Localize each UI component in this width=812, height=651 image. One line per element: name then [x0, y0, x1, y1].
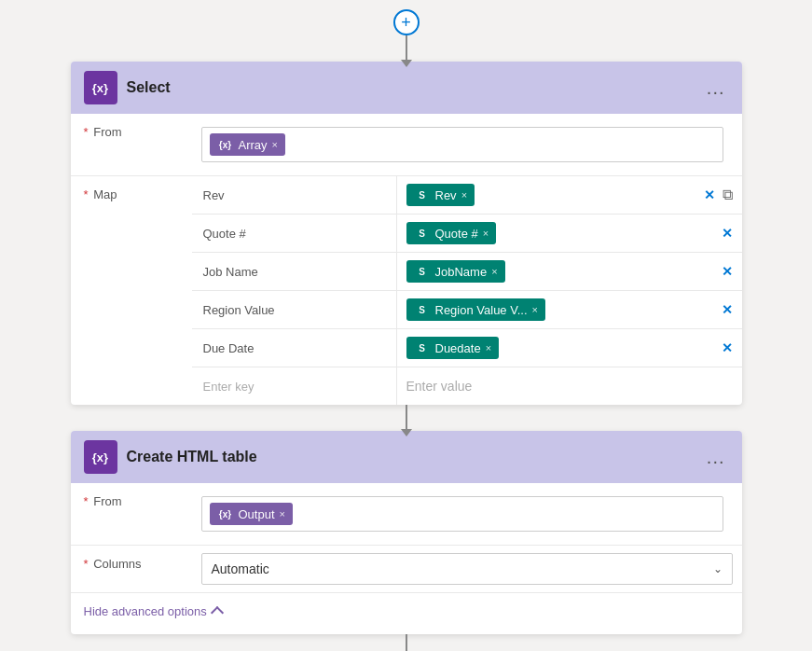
map-token-4: S Duedate × — [406, 337, 500, 359]
hide-advanced-link[interactable]: Hide advanced options — [71, 593, 235, 630]
select-map-row: * Map Rev S Rev × — [71, 176, 742, 405]
select-map-label: * Map — [71, 176, 192, 405]
map-token-3: S Region Value V... × — [406, 298, 545, 321]
map-key-0: Rev — [192, 176, 397, 214]
create-html-card-icon: {x} — [84, 440, 117, 474]
map-row-placeholder: Enter key Enter value — [192, 367, 742, 405]
map-token-close-2[interactable]: × — [491, 266, 497, 277]
map-token-icon-4: S — [414, 339, 431, 356]
connector-arrow-1 — [406, 35, 407, 62]
flow-container: + {x} Select ... * From {x} — [24, 9, 789, 651]
hide-advanced-row: Hide advanced options — [71, 593, 742, 634]
create-html-from-token-close[interactable]: × — [280, 508, 285, 519]
create-html-columns-field: Automatic ⌄ — [192, 546, 742, 592]
create-html-card-title: Create HTML table — [127, 449, 694, 465]
create-html-card-header: {x} Create HTML table ... — [71, 431, 742, 483]
select-from-row: * From {x} Array × — [71, 114, 742, 176]
create-html-columns-value: Automatic — [212, 561, 269, 576]
create-html-from-token-icon: {x} — [217, 506, 234, 522]
map-token-close-1[interactable]: × — [483, 228, 489, 239]
map-token-icon-3: S — [414, 301, 431, 318]
map-token-icon-2: S — [414, 263, 431, 280]
map-delete-3[interactable]: ✕ — [722, 302, 733, 317]
select-card-title: Select — [127, 79, 694, 96]
map-delete-2[interactable]: ✕ — [722, 264, 733, 279]
connector-arrow-3 — [406, 634, 407, 651]
map-row-1: Quote # S Quote # × ✕ — [192, 215, 742, 253]
map-key-1: Quote # — [192, 215, 397, 252]
create-html-from-field[interactable]: {x} Output × — [192, 483, 742, 545]
select-card-header: {x} Select ... — [71, 62, 742, 114]
map-value-placeholder[interactable]: Enter value — [397, 371, 742, 401]
map-token-close-4[interactable]: × — [486, 342, 491, 353]
map-actions-0: ✕ ⧉ — [695, 187, 742, 203]
select-icon-symbol: {x} — [92, 81, 108, 95]
create-html-from-label: * From — [71, 483, 192, 519]
map-value-2: S JobName × — [397, 253, 712, 290]
map-token-close-0[interactable]: × — [461, 189, 467, 201]
select-from-token-wrap: {x} Array × — [201, 127, 723, 162]
create-html-from-row: * From {x} Output × — [71, 483, 742, 546]
map-token-icon-0: S — [414, 187, 431, 203]
map-delete-4[interactable]: ✕ — [722, 340, 733, 355]
select-card-menu[interactable]: ... — [703, 77, 729, 99]
map-copy-0[interactable]: ⧉ — [723, 187, 733, 203]
map-value-0: S Rev × — [397, 176, 695, 214]
map-delete-1[interactable]: ✕ — [722, 226, 733, 241]
create-html-from-token: {x} Output × — [210, 503, 293, 525]
hide-advanced-label: Hide advanced options — [84, 604, 207, 618]
map-value-1: S Quote # × — [397, 215, 712, 252]
create-html-columns-dropdown[interactable]: Automatic ⌄ — [201, 553, 733, 585]
create-html-from-token-wrap: {x} Output × — [201, 496, 723, 532]
map-row-2: Job Name S JobName × ✕ — [192, 253, 742, 291]
select-from-field[interactable]: {x} Array × — [192, 114, 742, 175]
map-key-3: Region Value — [192, 291, 397, 328]
map-token-close-3[interactable]: × — [532, 304, 538, 315]
map-token-0: S Rev × — [406, 184, 475, 206]
chevron-down-icon: ⌄ — [713, 562, 723, 575]
create-html-card: {x} Create HTML table ... * From {x} Out… — [71, 431, 742, 634]
map-actions-3: ✕ — [712, 302, 742, 317]
map-delete-0[interactable]: ✕ — [704, 187, 715, 202]
map-value-4: S Duedate × — [397, 329, 712, 367]
map-token-2: S JobName × — [406, 260, 505, 283]
map-row-4: Due Date S Duedate × ✕ — [192, 329, 742, 367]
create-html-card-body: * From {x} Output × * — [71, 483, 742, 634]
select-from-token-close[interactable]: × — [272, 139, 278, 150]
map-actions-2: ✕ — [712, 264, 742, 279]
select-from-token: {x} Array × — [210, 133, 286, 156]
select-from-label: * From — [71, 114, 192, 150]
create-html-columns-row: * Columns Automatic ⌄ — [71, 546, 742, 593]
select-card-body: * From {x} Array × * M — [71, 114, 742, 405]
select-card-icon: {x} — [84, 71, 117, 104]
select-card: {x} Select ... * From {x} Array × — [71, 62, 742, 405]
map-key-placeholder[interactable]: Enter key — [192, 367, 397, 405]
chevron-up-icon — [211, 606, 224, 619]
map-token-icon-1: S — [414, 225, 431, 242]
map-actions-4: ✕ — [712, 340, 742, 355]
map-token-1: S Quote # × — [406, 222, 497, 244]
map-row-0: Rev S Rev × ✕ ⧉ — [192, 176, 742, 215]
map-row-3: Region Value S Region Value V... × ✕ — [192, 291, 742, 329]
create-html-card-menu[interactable]: ... — [703, 447, 729, 468]
map-key-2: Job Name — [192, 253, 397, 290]
map-actions-1: ✕ — [712, 226, 742, 241]
create-html-icon-symbol: {x} — [92, 450, 108, 464]
select-from-token-icon: {x} — [217, 136, 234, 153]
map-key-4: Due Date — [192, 329, 397, 367]
map-value-3: S Region Value V... × — [397, 291, 712, 328]
top-add-button[interactable]: + — [393, 9, 420, 35]
create-html-columns-label: * Columns — [71, 546, 192, 582]
select-map-field: Rev S Rev × ✕ ⧉ — [192, 176, 742, 405]
connector-arrow-2 — [406, 405, 407, 431]
